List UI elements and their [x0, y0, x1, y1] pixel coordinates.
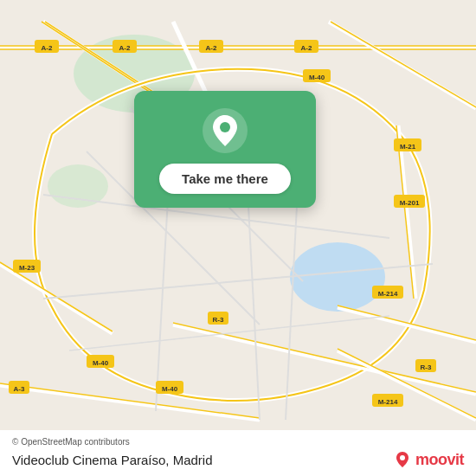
- moovit-logo: moovit: [393, 450, 464, 469]
- map-container: A-2 A-2 A-2 A-2 M-40 M-21 M-201 M-214 M-…: [0, 0, 476, 476]
- svg-text:A-3: A-3: [14, 385, 25, 393]
- svg-point-64: [400, 455, 405, 460]
- bottom-bar: © OpenStreetMap contributors Videoclub C…: [0, 430, 476, 476]
- svg-text:A-2: A-2: [301, 44, 312, 52]
- svg-point-63: [220, 122, 230, 132]
- moovit-brand-name: moovit: [415, 451, 464, 469]
- take-me-there-button[interactable]: Take me there: [159, 164, 291, 194]
- svg-text:M-214: M-214: [378, 398, 398, 406]
- location-pin-icon: [203, 108, 248, 153]
- svg-text:M-40: M-40: [93, 359, 109, 367]
- svg-text:R-3: R-3: [213, 316, 224, 324]
- svg-text:M-214: M-214: [378, 290, 398, 298]
- svg-text:M-40: M-40: [162, 385, 178, 393]
- map-roads: A-2 A-2 A-2 A-2 M-40 M-21 M-201 M-214 M-…: [0, 0, 476, 476]
- svg-line-21: [338, 306, 476, 340]
- place-name: Videoclub Cinema Paraíso, Madrid: [12, 453, 213, 467]
- svg-line-20: [338, 307, 476, 342]
- svg-line-31: [69, 316, 389, 351]
- svg-line-15: [173, 323, 476, 392]
- svg-text:A-2: A-2: [119, 44, 131, 52]
- svg-point-1: [290, 242, 385, 312]
- osm-credit: © OpenStreetMap contributors: [12, 437, 464, 447]
- svg-text:A-2: A-2: [206, 44, 217, 52]
- svg-line-23: [338, 349, 476, 418]
- svg-text:R-3: R-3: [421, 363, 432, 371]
- svg-text:M-40: M-40: [309, 74, 325, 81]
- svg-line-22: [338, 351, 476, 420]
- svg-text:M-201: M-201: [400, 199, 420, 207]
- moovit-pin-icon: [393, 450, 412, 469]
- svg-text:A-2: A-2: [42, 44, 53, 52]
- card-overlay: Take me there: [134, 91, 316, 208]
- svg-text:M-21: M-21: [400, 143, 416, 151]
- svg-line-12: [0, 264, 113, 333]
- svg-text:M-23: M-23: [19, 264, 35, 272]
